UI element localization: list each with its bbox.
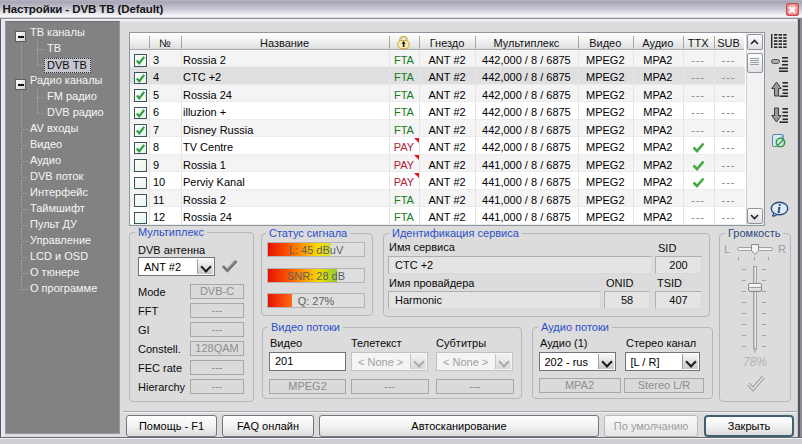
svg-text:i: i [777,202,781,216]
